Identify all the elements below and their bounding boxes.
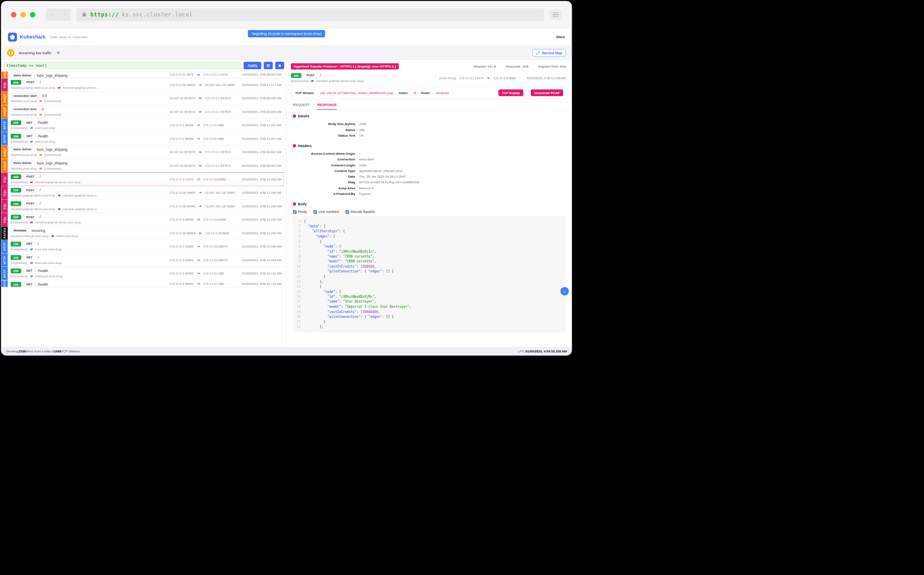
swap-icon: ⇄ <box>39 153 42 157</box>
traffic-row[interactable]: AMQPbasic delivertopic_logs_shippingrabb… <box>1 71 284 78</box>
brand-name: Kubeshark <box>20 34 46 40</box>
swap-icon: ⇄ <box>51 234 54 237</box>
status-badge: 200 <box>11 268 21 273</box>
query-input[interactable]: timestamp >= now() <box>3 61 241 70</box>
detail-ip-a: 172.17.0.1:12473 <box>459 76 483 80</box>
pretty-checkbox[interactable]: Pretty <box>293 210 307 214</box>
maximize-window-icon[interactable] <box>30 12 35 17</box>
protocol-strip: AMQP <box>1 105 8 119</box>
kv-value: W/"62c-a+ealTTiLFURqLvS+LuIzBBNISA" <box>359 180 420 184</box>
kv-value: keep-alive <box>359 158 374 161</box>
timestamp: 01/05/2023, 4:58:15.066 AM <box>242 245 281 248</box>
service-map-button[interactable]: Service Map <box>533 49 566 57</box>
save-query-button[interactable] <box>264 62 273 70</box>
request-path: /health <box>38 269 48 273</box>
kv-row: Status TextOK <box>293 133 565 138</box>
ip-src: 172.17.0.1:49856 <box>170 272 194 275</box>
section-title: Details <box>298 114 309 118</box>
collapse-icon[interactable] <box>293 144 296 147</box>
close-window-icon[interactable] <box>11 12 16 17</box>
request-path: /health <box>38 282 48 286</box>
line-numbers-checkbox[interactable]: Line numbers <box>313 210 339 214</box>
ip-dst: 172.17.0.1:937674 <box>205 164 231 168</box>
swap-icon: ⇄ <box>30 126 33 130</box>
arrow-left-icon: ⬌ <box>199 231 202 235</box>
kv-row: EtagW/"62c-a+ealTTiLFURqLvS+LuIzBBNISA" <box>293 179 565 185</box>
traffic-row[interactable]: KAFKAMetadatainvoicingmizutest-kafka-go.… <box>1 227 284 240</box>
swap-icon: ⇄ <box>30 274 33 278</box>
arrow-left-icon: ⬌ <box>199 164 202 167</box>
dst-label: [Unresolved] <box>45 99 61 103</box>
node-value: minikube <box>436 91 449 94</box>
nav-forward-button[interactable]: › <box>58 8 71 21</box>
apply-button[interactable]: Apply <box>243 62 261 70</box>
traffic-row[interactable]: AMQPconnection tune0rabbitmq.sock-shop⇄[… <box>1 105 284 119</box>
traffic-row[interactable]: GQL200POST/mizutest-graphql-client.sock-… <box>1 186 284 199</box>
nav-back-button[interactable]: ‹ <box>46 8 58 21</box>
traffic-row[interactable]: HTTP200GET/[Unresolved]⇄front-end.sock-s… <box>1 254 284 267</box>
traffic-row[interactable]: HTTP200GET/health[Unresolved]⇄user.sock-… <box>1 119 284 132</box>
method-badge: Metadata <box>11 228 29 233</box>
swap-icon: ⇄ <box>39 113 42 116</box>
tcp-replay-button[interactable]: TCP Replay <box>499 90 523 96</box>
collapse-icon[interactable] <box>293 115 296 117</box>
settings-icon[interactable] <box>550 9 562 20</box>
detail-dst: mizutest-graphql-server.sock-shop <box>316 79 364 83</box>
dst-label: user.sock-shop <box>35 140 55 143</box>
protocol-strip: HTTP <box>1 119 8 132</box>
card-icon <box>266 64 270 68</box>
method-badge: POST <box>24 80 37 84</box>
traffic-row[interactable]: HTTP200GET/[Unresolved]⇄front-end.sock-s… <box>1 240 284 253</box>
pause-button[interactable]: ❚❚ <box>7 49 14 57</box>
traffic-row[interactable]: GQL200POST/[Unresolved]⇄mizutest-graphql… <box>1 172 284 186</box>
traffic-row[interactable]: AMQPbasic delivertopic_logs_shippingrabb… <box>1 159 284 172</box>
node-label: Node: <box>421 91 431 94</box>
stream-status-label: streaming live traffic <box>18 51 52 55</box>
ip-dst: 172.17.0.1:380 <box>203 272 224 275</box>
ip-dst: 172.17.0.1:937674 <box>205 150 231 154</box>
arrow-right-icon: ➔ <box>199 191 202 194</box>
protocol-strip: GQL <box>1 78 8 92</box>
src-label: rabbitmq.sock-shop <box>11 153 37 157</box>
ip-dst: 172.17.0.16:9092 <box>205 231 229 235</box>
tab-response[interactable]: RESPONSE <box>317 103 337 110</box>
ip-dst: 172.17.0.8:8080 <box>203 218 226 221</box>
dst-label: [Unresolved] <box>45 153 61 157</box>
tcp-link[interactable]: 192.168.59.127:8897/tcp_stream_000000296… <box>320 91 394 94</box>
docs-link[interactable]: Docs <box>556 35 565 39</box>
tab-request[interactable]: REQUEST <box>293 103 310 110</box>
method-badge: connection tune <box>11 106 39 111</box>
collapse-icon[interactable] <box>293 203 296 205</box>
response-body-code[interactable]: 1 2 3 4 5 6 7 8 9 10 11 12 13 14 15 16 1… <box>293 216 565 332</box>
arrow-left-icon: ⬌ <box>199 96 202 100</box>
decode-b64-checkbox[interactable]: Decode Base64 <box>345 210 375 214</box>
traffic-row[interactable]: HTTP200GET/health[Unresolved]⇄user.sock-… <box>1 132 284 145</box>
traffic-row[interactable]: GQL200POST/mizutest-graphql-client.sock-… <box>1 78 284 92</box>
status-badge: 200 <box>11 134 21 139</box>
body-options: Pretty Line numbers Decode Base64 <box>293 209 565 216</box>
arrow-right-icon: ➔ <box>197 245 200 248</box>
traffic-row[interactable]: AMQPbasic delivertopic_logs_shippingrabb… <box>1 145 284 159</box>
swap-icon: ⇄ <box>30 248 33 251</box>
traffic-row[interactable]: GQL200POST/[Unresolved]⇄mizutest-graphql… <box>1 213 284 226</box>
download-button[interactable] <box>275 62 284 70</box>
scroll-down-button[interactable]: ⌄ <box>560 287 569 295</box>
status-badge: 200 <box>11 241 21 246</box>
arrow-right-icon: ➔ <box>197 272 200 275</box>
swap-icon: ⇄ <box>39 166 42 170</box>
kv-key: Status Text <box>293 133 355 137</box>
minimize-window-icon[interactable] <box>20 12 26 17</box>
download-pcap-button[interactable]: Download PCAP <box>531 90 563 96</box>
traffic-row[interactable]: GQL200POST/mizutest-graphql-client.sock-… <box>1 200 284 213</box>
traffic-row[interactable]: AMQPconnection start0.9rabbitmq.sock-sho… <box>1 92 284 105</box>
request-path: 0 <box>42 107 44 111</box>
timestamp: 01/05/2023, 4:58:08.006 AM <box>242 96 281 100</box>
traffic-list[interactable]: AMQPbasic delivertopic_logs_shippingrabb… <box>1 71 286 347</box>
request-size: Request: 441 B <box>474 65 496 68</box>
traffic-row[interactable]: HTTP200GET/health[Unresolved]⇄172.17.0.1… <box>1 280 284 287</box>
timestamp: 01/05/2023, 4:58:15.101 AM <box>242 282 281 286</box>
traffic-row[interactable]: HTTP200GET/health[Unresolved]⇄catalogue.… <box>1 267 284 280</box>
address-bar[interactable]: 🔒︎ https://ks.svc.cluster.local <box>76 8 544 21</box>
method-badge: POST <box>24 174 37 179</box>
protocol-strip: GQL <box>1 200 8 213</box>
